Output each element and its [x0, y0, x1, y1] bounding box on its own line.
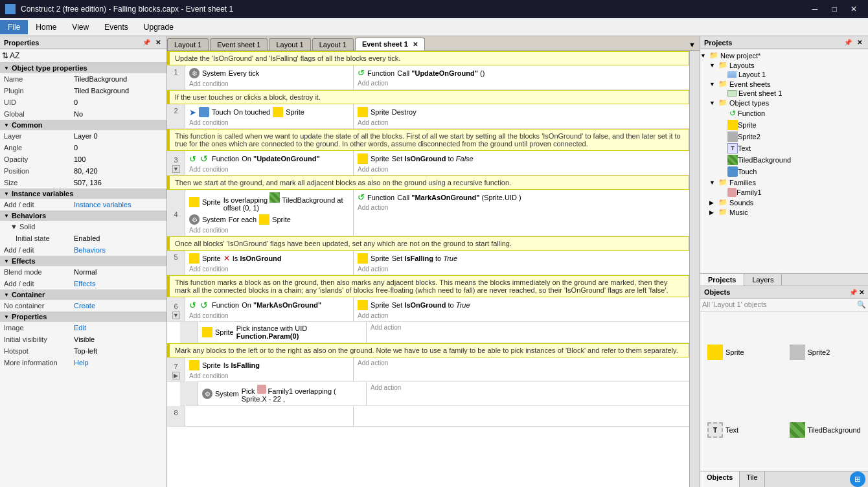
tab-layout1-1[interactable]: Layout 1 [167, 38, 209, 51]
toggle-6[interactable]: ▼ [172, 311, 180, 319]
add-action-2[interactable]: Add action [355, 119, 688, 127]
minimize-button[interactable]: ─ [806, 0, 824, 18]
section-effects[interactable]: Effects [0, 256, 166, 266]
condition-3-1[interactable]: ↺ ↺ Function On "UpdateOnGround" [187, 152, 352, 165]
object-sprite2[interactable]: Sprite2 [785, 314, 866, 391]
tree-root[interactable]: ▼ 📁 New project* [700, 51, 868, 60]
tree-families[interactable]: ▼ 📁 Families [700, 177, 868, 187]
add-condition-3[interactable]: Add condition [187, 165, 352, 174]
projects-pin-icon[interactable]: 📌 [842, 38, 854, 47]
add-action-1[interactable]: Add action [355, 79, 688, 87]
sub-condition-7-1[interactable]: System Pick Family1 overlapping ( Sprite… [200, 383, 365, 404]
action-1-1[interactable]: ↺ Function Call "UpdateOnGround" () [355, 67, 688, 79]
add-condition-1[interactable]: Add condition [187, 80, 352, 88]
object-sprite[interactable]: Sprite [703, 314, 784, 391]
projects-close-icon[interactable]: ✕ [855, 38, 864, 47]
tab-layers[interactable]: Layers [744, 274, 782, 286]
prop-add-value[interactable]: Instance variables [71, 199, 166, 210]
add-action-6[interactable]: Add action [355, 311, 688, 320]
sub-condition-6-1[interactable]: Sprite Pick instance with UID Function.P… [200, 323, 365, 341]
section-container[interactable]: Container [0, 289, 166, 300]
condition-7-1[interactable]: Sprite Is IsFalling [187, 359, 352, 372]
tree-touch[interactable]: Touch [700, 166, 868, 177]
tab-tile[interactable]: Tile [740, 471, 764, 487]
evsheets-folder-icon: 📁 [718, 80, 727, 88]
tab-layout1-3[interactable]: Layout 1 [312, 38, 354, 51]
menu-view[interactable]: View [64, 20, 97, 34]
tree-event-sheets[interactable]: ▼ 📁 Event sheets [700, 79, 868, 89]
prop-behaviors-add-value[interactable]: Behaviors [71, 245, 166, 255]
menu-upgrade[interactable]: Upgrade [136, 20, 181, 34]
menu-file[interactable]: File [0, 20, 28, 34]
condition-5-1[interactable]: Sprite ✕ Is IsOnGround [187, 252, 352, 265]
action-6-1[interactable]: Sprite Set IsOnGround to True [355, 299, 688, 311]
tab-objects[interactable]: Objects [700, 471, 740, 487]
tab-eventsheet1-1[interactable]: Event sheet 1 [210, 38, 268, 51]
tree-family1[interactable]: Family1 [700, 187, 868, 198]
tree-sprite2[interactable]: Sprite2 [700, 131, 868, 142]
tab-projects[interactable]: Projects [700, 274, 744, 286]
tree-sprite[interactable]: Sprite [700, 119, 868, 131]
add-condition-6[interactable]: Add condition [187, 311, 352, 320]
prop-effects-add-value[interactable]: Effects [71, 278, 166, 289]
menu-events[interactable]: Events [97, 20, 136, 34]
close-button[interactable]: ✕ [845, 0, 863, 18]
tree-function[interactable]: ↺ Function [700, 108, 868, 119]
add-action-7[interactable]: Add action [355, 359, 688, 367]
add-condition-7[interactable]: Add condition [187, 372, 352, 380]
action-2-1[interactable]: Sprite Destroy [355, 106, 688, 119]
toggle-7[interactable]: ▶ [172, 372, 180, 379]
menu-home[interactable]: Home [28, 20, 64, 34]
action-4-1[interactable]: ↺ Function Call "MarkAsOnGround" (Sprite… [355, 191, 688, 203]
tree-object-types[interactable]: ▼ 📁 Object types [700, 98, 868, 108]
tree-tiledbg[interactable]: TiledBackground [700, 154, 868, 166]
condition-6-1[interactable]: ↺ ↺ Function On "MarkAsOnGround" [187, 299, 352, 311]
tree-evsheet1[interactable]: Event sheet 1 [700, 89, 868, 98]
tree-music[interactable]: ▶ 📁 Music [700, 207, 868, 217]
action-5-1[interactable]: Sprite Set IsFalling to True [355, 252, 688, 265]
tab-scroll-arrow[interactable]: ▼ [685, 39, 700, 51]
pin-icon[interactable]: 📌 [141, 38, 152, 47]
add-condition-2[interactable]: Add condition [187, 119, 352, 127]
add-action-3[interactable]: Add action [355, 165, 688, 174]
tree-text[interactable]: T Text [700, 142, 868, 154]
section-object-type-props[interactable]: Object type properties [0, 63, 166, 73]
tab-eventsheet1-active[interactable]: Event sheet 1 ✕ [355, 38, 425, 51]
condition-2-1[interactable]: ➤ Touch On touched Sprite [187, 106, 352, 119]
action-3-1[interactable]: Sprite Set IsOnGround to False [355, 152, 688, 165]
section-behaviors[interactable]: Behaviors [0, 210, 166, 221]
section-properties[interactable]: Properties [0, 311, 166, 322]
close-panel-icon[interactable]: ✕ [154, 38, 163, 47]
section-instance-vars[interactable]: Instance variables [0, 188, 166, 199]
maximize-button[interactable]: □ [825, 0, 843, 18]
tab-close-icon[interactable]: ✕ [413, 41, 418, 48]
objects-close-icon[interactable]: ✕ [859, 289, 864, 296]
object-tiledbg[interactable]: TiledBackground [785, 392, 866, 468]
condition-text: Every tick [229, 69, 260, 77]
prop-more-info-value[interactable]: Help [71, 357, 166, 368]
tree-layouts[interactable]: ▼ 📁 Layouts [700, 60, 868, 70]
add-action-4[interactable]: Add action [355, 203, 688, 212]
add-sub-action-7[interactable]: Add action [368, 383, 688, 392]
toggle-3[interactable]: ▼ [172, 165, 180, 173]
prop-container-value[interactable]: Create [71, 300, 166, 311]
add-action-5[interactable]: Add action [355, 265, 688, 273]
props-toolbar: ⇅ AZ [0, 49, 166, 63]
condition-4-2[interactable]: System For each Sprite [187, 213, 352, 226]
add-condition-5[interactable]: Add condition [187, 265, 352, 273]
tree-layout1[interactable]: Layout 1 [700, 70, 868, 79]
tab-layout1-2[interactable]: Layout 1 [269, 38, 310, 51]
prop-image-value[interactable]: Edit [71, 323, 166, 333]
title-bar-controls[interactable]: ─ □ ✕ [806, 0, 863, 18]
add-condition-4[interactable]: Add condition [187, 226, 352, 234]
objects-filter-icon[interactable]: 🔍 [857, 300, 866, 309]
add-sub-action-6[interactable]: Add action [368, 323, 688, 332]
tree-sounds[interactable]: ▶ 📁 Sounds [700, 198, 868, 207]
object-text[interactable]: T Text [703, 392, 784, 468]
event-sheet-scrollbar[interactable] [689, 51, 700, 487]
objects-pin-icon[interactable]: 📌 [849, 289, 857, 296]
condition-4-1[interactable]: Sprite Is overlapping TiledBackground at… [187, 191, 352, 213]
prop-opacity: Opacity 100 [0, 153, 166, 165]
condition-1-1[interactable]: System Every tick [187, 67, 352, 80]
section-common[interactable]: Common [0, 120, 166, 130]
